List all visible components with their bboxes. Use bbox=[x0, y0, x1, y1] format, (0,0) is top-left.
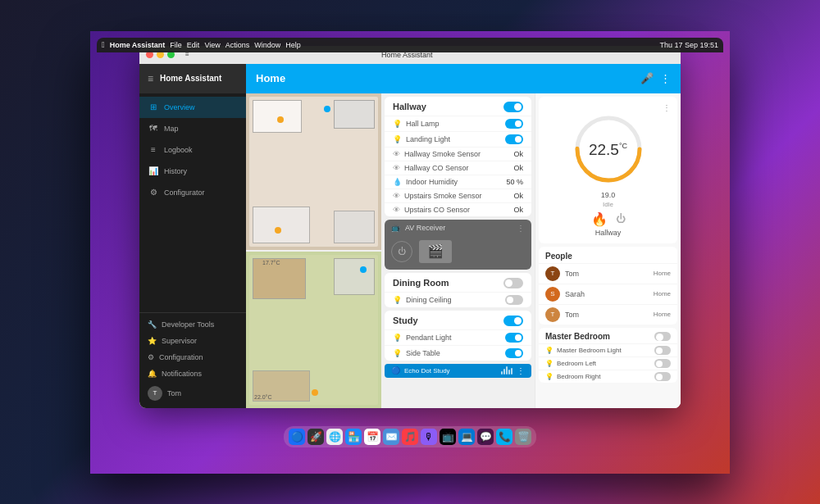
master-light-left: 💡 Master Bedroom Light bbox=[545, 347, 622, 354]
av-receiver-card: 📺 AV Receiver ⋮ ⏻ 🎬 bbox=[385, 220, 531, 270]
hallway-header: Hallway bbox=[385, 97, 531, 116]
macos-menu-left:  Home Assistant File Edit View Actions … bbox=[102, 40, 301, 49]
study-section: Study 💡 Pendant Light bbox=[385, 311, 531, 361]
master-light-toggle[interactable] bbox=[654, 346, 671, 355]
hall-lamp-icon: 💡 bbox=[393, 120, 402, 128]
sidebar-developer-tools[interactable]: 🔧 Developer Tools bbox=[139, 316, 246, 333]
av-header: 📺 AV Receiver ⋮ bbox=[385, 220, 531, 237]
dock-mail[interactable]: ✉️ bbox=[383, 429, 399, 431]
wave-1 bbox=[501, 371, 503, 375]
sidebar-configuration[interactable]: ⚙ Configuration bbox=[139, 349, 246, 366]
av-title: AV Receiver bbox=[405, 224, 512, 232]
side-table-row: 💡 Side Table bbox=[385, 345, 531, 361]
sidebar-notifications[interactable]: 🔔 Notifications bbox=[139, 366, 246, 382]
menu-actions[interactable]: Actions bbox=[226, 41, 250, 49]
menu-home-assistant[interactable]: Home Assistant bbox=[110, 41, 166, 49]
flame-icon: 🔥 bbox=[591, 211, 608, 227]
dock-tv[interactable]: 📺 bbox=[440, 429, 456, 431]
bedroom-left-toggle[interactable] bbox=[654, 359, 671, 368]
sidebar-label-map: Map bbox=[164, 125, 179, 133]
bedroom-right-name: Bedroom Right bbox=[557, 373, 600, 380]
macos-menubar:  Home Assistant File Edit View Actions … bbox=[97, 38, 723, 52]
macos-datetime: Thu 17 Sep 19:51 bbox=[659, 41, 718, 49]
person-avatar-1: T bbox=[545, 266, 560, 281]
bedroom-right-toggle[interactable] bbox=[654, 372, 671, 381]
master-bedroom-section: Master Bedroom 💡 Master Bedroom Light bbox=[539, 328, 677, 383]
bedroom-right-left: 💡 Bedroom Right bbox=[545, 373, 600, 380]
sidebar-menu-icon[interactable]: ≡ bbox=[148, 73, 153, 84]
upstairs-smoke-left: 👁 Upstairs Smoke Sensor bbox=[393, 192, 482, 200]
pendant-toggle[interactable] bbox=[505, 333, 523, 343]
dock-appstore[interactable]: 🏪 bbox=[345, 429, 362, 431]
hallway-toggle[interactable] bbox=[503, 102, 523, 112]
dock-launchpad[interactable]: 🚀 bbox=[308, 429, 324, 431]
dock-music[interactable]: 🎵 bbox=[402, 429, 418, 431]
humidity-name: Indoor Humidity bbox=[406, 178, 458, 186]
bedroom-left-left: 💡 Bedroom Left bbox=[545, 360, 596, 367]
av-media-thumb: 🎬 bbox=[419, 240, 452, 263]
power-icon[interactable]: ⏻ bbox=[616, 213, 626, 225]
landing-light-toggle[interactable] bbox=[505, 134, 523, 144]
bedroom-left-name: Bedroom Left bbox=[557, 360, 596, 367]
sidebar-item-configurator[interactable]: ⚙ Configurator bbox=[139, 182, 246, 203]
floorplan-top bbox=[246, 93, 381, 250]
master-light-icon: 💡 bbox=[545, 347, 554, 354]
av-power-button[interactable]: ⏻ bbox=[391, 241, 412, 262]
pendant-light-row: 💡 Pendant Light bbox=[385, 329, 531, 345]
person-avatar-2: S bbox=[545, 287, 560, 302]
sidebar-user[interactable]: T Tom bbox=[139, 382, 246, 405]
sidebar-item-overview[interactable]: ⊞ Overview bbox=[139, 97, 246, 118]
menu-file[interactable]: File bbox=[170, 41, 182, 49]
thermostat-more-icon[interactable]: ⋮ bbox=[545, 103, 671, 112]
ha-content: 17.7°C 22.0°C Hallway bbox=[246, 93, 681, 408]
dock-cal[interactable]: 📅 bbox=[364, 429, 380, 431]
fp-temp-1: 17.7°C bbox=[262, 260, 280, 266]
dock-skype[interactable]: 📞 bbox=[496, 429, 512, 431]
history-icon: 📊 bbox=[148, 166, 159, 177]
dock-chrome[interactable]: 🌐 bbox=[326, 429, 343, 431]
user-avatar: T bbox=[148, 386, 162, 401]
av-controls: ⏻ 🎬 bbox=[385, 237, 531, 270]
dock-trash[interactable]: 🗑️ bbox=[515, 429, 531, 431]
echo-more-icon[interactable]: ⋮ bbox=[517, 366, 525, 375]
av-more-icon[interactable]: ⋮ bbox=[517, 224, 525, 233]
dock-slack[interactable]: 💬 bbox=[477, 429, 494, 431]
bedroom-right-icon: 💡 bbox=[545, 373, 554, 380]
dock-podcast[interactable]: 🎙 bbox=[421, 429, 437, 431]
sidebar-item-history[interactable]: 📊 History bbox=[139, 161, 246, 182]
master-bedroom-header: Master Bedroom bbox=[539, 328, 677, 343]
dock-finder[interactable]: 🔵 bbox=[289, 429, 305, 431]
more-vert-icon[interactable]: ⋮ bbox=[660, 72, 671, 84]
study-title: Study bbox=[393, 316, 418, 325]
hall-lamp-left: 💡 Hall Lamp bbox=[393, 120, 440, 128]
upstairs-co-icon: 👁 bbox=[393, 206, 400, 214]
bedroom-left-icon: 💡 bbox=[545, 360, 554, 367]
room-4 bbox=[334, 211, 375, 243]
dining-room-toggle[interactable] bbox=[503, 278, 523, 288]
mic-icon[interactable]: 🎤 bbox=[640, 72, 654, 84]
dining-ceiling-toggle[interactable] bbox=[505, 295, 523, 305]
dock-vscode[interactable]: 💻 bbox=[458, 429, 475, 431]
study-toggle[interactable] bbox=[503, 316, 523, 326]
dev-tools-label: Developer Tools bbox=[162, 320, 214, 329]
menu-window[interactable]: Window bbox=[254, 41, 280, 49]
floorplan-bottom: 17.7°C 22.0°C bbox=[246, 252, 381, 408]
hall-lamp-toggle[interactable] bbox=[505, 119, 523, 129]
upstairs-smoke-name: Upstairs Smoke Sensor bbox=[404, 192, 482, 200]
dining-room-title: Dining Room bbox=[393, 278, 449, 288]
master-bedroom-toggle[interactable] bbox=[654, 332, 671, 341]
menu-view[interactable]: View bbox=[204, 41, 220, 49]
side-table-toggle[interactable] bbox=[505, 348, 523, 358]
sidebar-supervisor[interactable]: ⭐ Supervisor bbox=[139, 333, 246, 349]
sidebar-item-logbook[interactable]: ≡ Logbook bbox=[139, 139, 246, 161]
sidebar-bottom: 🔧 Developer Tools ⭐ Supervisor ⚙ Configu… bbox=[139, 312, 246, 408]
av-cast-icon: 📺 bbox=[391, 224, 400, 232]
dining-ceiling-name: Dining Ceiling bbox=[406, 296, 452, 304]
upstairs-smoke-row: 👁 Upstairs Smoke Sensor Ok bbox=[385, 188, 531, 202]
menu-edit[interactable]: Edit bbox=[187, 41, 200, 49]
person-status-3: Home bbox=[654, 311, 671, 318]
menu-help[interactable]: Help bbox=[285, 41, 301, 49]
humidity-left: 💧 Indoor Humidity bbox=[393, 178, 458, 186]
sidebar-item-map[interactable]: 🗺 Map bbox=[139, 118, 246, 139]
fp-lamp-2 bbox=[324, 106, 330, 112]
